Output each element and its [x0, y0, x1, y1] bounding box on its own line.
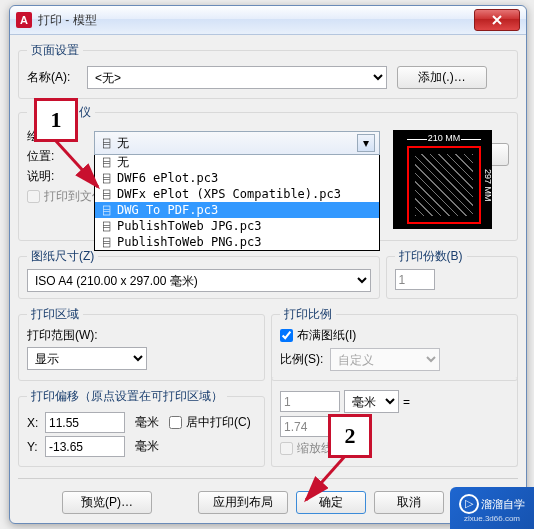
printer-option[interactable]: ⌸PublishToWeb JPG.pc3	[95, 218, 379, 234]
page-name-select[interactable]: <无>	[87, 66, 387, 89]
desc-label: 说明:	[27, 168, 87, 185]
print-dialog: A 打印 - 模型 页面设置 名称(A): <无> 添加(.)… 打印机图仪 特…	[9, 5, 527, 524]
center-checkbox[interactable]	[169, 416, 182, 429]
add-button[interactable]: 添加(.)…	[397, 66, 487, 89]
center-label: 居中打印(C)	[186, 414, 251, 431]
annotation-1: 1	[34, 98, 78, 142]
scale-group: 打印比例 布满图纸(I) 比例(S): 自定义	[271, 306, 518, 381]
footer: 预览(P)… 应用到布局 确定 取消	[18, 485, 518, 520]
printer-dropdown-header[interactable]: ⌸ 无 ▾	[94, 131, 380, 155]
print-area-group: 打印区域 打印范围(W): 显示	[18, 306, 265, 381]
watermark: ▷溜溜自学 zixue.3d66.com	[450, 487, 534, 529]
offset-x-label: X:	[27, 416, 45, 430]
print-to-file-checkbox[interactable]	[27, 190, 40, 203]
page-setup-group: 页面设置 名称(A): <无> 添加(.)…	[18, 42, 518, 99]
offset-x-unit: 毫米	[135, 414, 159, 431]
copies-group: 打印份数(B)	[386, 248, 519, 299]
printer-icon: ⌸	[99, 136, 113, 151]
location-label: 位置:	[27, 148, 87, 165]
paper-sheet: 210 MM 297 MM	[407, 146, 481, 224]
printer-option[interactable]: ⌸DWF6 ePlot.pc3	[95, 170, 379, 186]
watermark-logo-icon: ▷	[459, 494, 479, 514]
printer-dropdown: ⌸ 无 ▾ ⌸无 ⌸DWF6 ePlot.pc3 ⌸DWFx ePlot (XP…	[94, 131, 380, 251]
offset-y-label: Y:	[27, 440, 45, 454]
offset-group: 打印偏移（原点设置在可打印区域） X: 毫米 居中打印(C) Y: 毫米	[18, 388, 265, 467]
paper-size-legend: 图纸尺寸(Z)	[27, 248, 98, 265]
cancel-button[interactable]: 取消	[374, 491, 444, 514]
scale-unit1-select[interactable]: 毫米	[344, 390, 399, 413]
print-range-select[interactable]: 显示	[27, 347, 147, 370]
paper-hatch	[415, 154, 473, 216]
page-name-label: 名称(A):	[27, 69, 87, 86]
printer-option-selected[interactable]: ⌸DWG To PDF.pc3	[95, 202, 379, 218]
offset-legend: 打印偏移（原点设置在可打印区域）	[27, 388, 227, 405]
apply-layout-button[interactable]: 应用到布局	[198, 491, 288, 514]
print-range-label: 打印范围(W):	[27, 327, 256, 344]
watermark-url: zixue.3d66.com	[464, 514, 520, 523]
chevron-down-icon: ▾	[357, 134, 375, 152]
printer-current: 无	[117, 135, 129, 152]
offset-y-input[interactable]	[45, 436, 125, 457]
close-button[interactable]	[474, 9, 520, 31]
annotation-2: 2	[328, 414, 372, 458]
offset-y-unit: 毫米	[135, 438, 159, 455]
page-setup-legend: 页面设置	[27, 42, 83, 59]
scale-legend: 打印比例	[280, 306, 336, 323]
printer-option[interactable]: ⌸DWFx ePlot (XPS Compatible).pc3	[95, 186, 379, 202]
scale-lw-checkbox[interactable]	[280, 442, 293, 455]
scale-eq: =	[403, 395, 410, 409]
print-area-legend: 打印区域	[27, 306, 83, 323]
printer-option[interactable]: ⌸无	[95, 154, 379, 170]
fit-to-paper-label: 布满图纸(I)	[297, 328, 356, 342]
fit-to-paper-checkbox[interactable]	[280, 329, 293, 342]
ok-button[interactable]: 确定	[296, 491, 366, 514]
scale-ratio-label: 比例(S):	[280, 351, 330, 368]
app-icon: A	[16, 12, 32, 28]
printer-option[interactable]: ⌸PublishToWeb PNG.pc3	[95, 234, 379, 250]
preview-button[interactable]: 预览(P)…	[62, 491, 152, 514]
paper-dim-width: 210 MM	[409, 133, 479, 143]
paper-dim-height: 297 MM	[481, 148, 493, 222]
scale-unit1-input[interactable]	[280, 391, 340, 412]
paper-preview: 210 MM 297 MM	[393, 130, 492, 229]
scale-group-cont: 毫米 = 单位 缩放线宽	[271, 377, 518, 467]
paper-size-select[interactable]: ISO A4 (210.00 x 297.00 毫米)	[27, 269, 371, 292]
paper-size-group: 图纸尺寸(Z) ISO A4 (210.00 x 297.00 毫米)	[18, 248, 380, 299]
dialog-title: 打印 - 模型	[38, 12, 97, 29]
copies-input[interactable]	[395, 269, 435, 290]
copies-legend: 打印份数(B)	[395, 248, 467, 265]
titlebar: A 打印 - 模型	[10, 6, 526, 35]
offset-x-input[interactable]	[45, 412, 125, 433]
watermark-name: 溜溜自学	[481, 497, 525, 509]
scale-ratio-select[interactable]: 自定义	[330, 348, 440, 371]
